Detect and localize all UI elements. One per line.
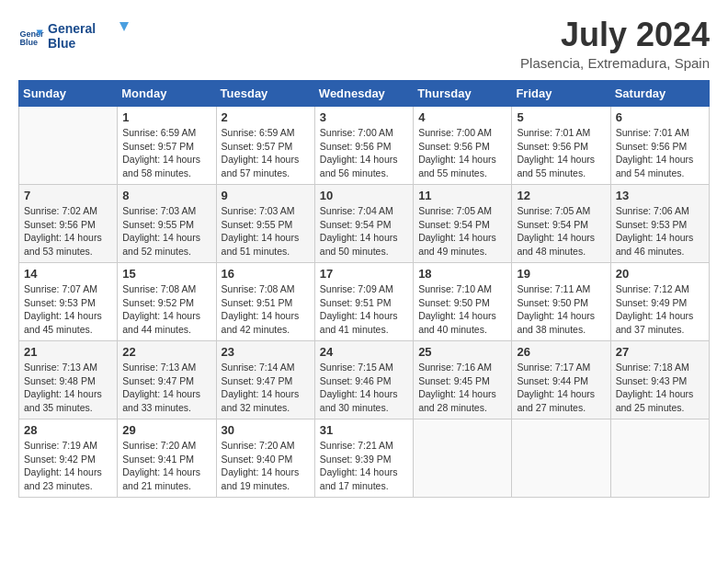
day-number: 6 [616,110,704,124]
day-number: 1 [122,110,210,124]
calendar-cell: 27Sunrise: 7:18 AMSunset: 9:43 PMDayligh… [610,341,709,419]
day-number: 22 [122,345,210,359]
header-day-wednesday: Wednesday [314,81,413,107]
cell-info: Sunrise: 7:20 AMSunset: 9:41 PMDaylight:… [122,439,210,493]
cell-info: Sunrise: 7:01 AMSunset: 9:56 PMDaylight:… [517,126,605,180]
cell-info: Sunrise: 7:09 AMSunset: 9:51 PMDaylight:… [320,282,408,337]
header-day-saturday: Saturday [610,81,709,107]
day-number: 24 [320,345,408,359]
day-number: 19 [517,267,605,281]
day-number: 5 [517,110,605,124]
cell-info: Sunrise: 7:13 AMSunset: 9:48 PMDaylight:… [24,361,112,415]
calendar-cell [19,107,118,185]
cell-info: Sunrise: 7:19 AMSunset: 9:42 PMDaylight:… [24,439,112,493]
calendar-cell: 24Sunrise: 7:15 AMSunset: 9:46 PMDayligh… [314,341,413,419]
cell-info: Sunrise: 7:05 AMSunset: 9:54 PMDaylight:… [517,204,605,259]
cell-info: Sunrise: 7:00 AMSunset: 9:56 PMDaylight:… [418,126,506,180]
calendar-cell: 8Sunrise: 7:03 AMSunset: 9:55 PMDaylight… [118,185,216,263]
cell-info: Sunrise: 7:17 AMSunset: 9:44 PMDaylight:… [517,361,605,415]
calendar-cell: 10Sunrise: 7:04 AMSunset: 9:54 PMDayligh… [314,185,413,263]
day-number: 7 [24,189,112,202]
calendar-cell: 12Sunrise: 7:05 AMSunset: 9:54 PMDayligh… [512,185,610,263]
day-number: 31 [320,423,408,437]
header-day-monday: Monday [118,81,216,107]
location-subtitle: Plasencia, Extremadura, Spain [520,55,710,71]
cell-info: Sunrise: 7:00 AMSunset: 9:56 PMDaylight:… [320,126,408,180]
calendar-cell [414,419,512,498]
calendar-cell: 30Sunrise: 7:20 AMSunset: 9:40 PMDayligh… [216,419,314,498]
calendar-cell: 25Sunrise: 7:16 AMSunset: 9:45 PMDayligh… [414,341,512,419]
day-number: 20 [616,267,704,281]
day-number: 29 [122,423,210,437]
cell-info: Sunrise: 7:03 AMSunset: 9:55 PMDaylight:… [222,204,310,259]
day-number: 17 [320,267,408,281]
header-day-tuesday: Tuesday [216,81,314,107]
calendar-cell: 16Sunrise: 7:08 AMSunset: 9:51 PMDayligh… [216,263,314,341]
cell-info: Sunrise: 7:15 AMSunset: 9:46 PMDaylight:… [320,361,408,415]
day-number: 30 [222,423,310,437]
day-number: 26 [517,345,605,359]
day-number: 8 [122,189,210,202]
cell-info: Sunrise: 7:01 AMSunset: 9:56 PMDaylight:… [616,126,704,180]
svg-marker-5 [119,22,129,31]
svg-text:Blue: Blue [48,36,76,51]
calendar-table: SundayMondayTuesdayWednesdayThursdayFrid… [18,80,710,498]
calendar-cell: 20Sunrise: 7:12 AMSunset: 9:49 PMDayligh… [610,263,709,341]
day-number: 15 [122,267,210,281]
week-row-2: 7Sunrise: 7:02 AMSunset: 9:56 PMDaylight… [19,185,710,263]
day-number: 27 [616,345,704,359]
calendar-cell: 31Sunrise: 7:21 AMSunset: 9:39 PMDayligh… [314,419,413,498]
week-row-4: 21Sunrise: 7:13 AMSunset: 9:48 PMDayligh… [19,341,710,419]
calendar-cell: 17Sunrise: 7:09 AMSunset: 9:51 PMDayligh… [314,263,413,341]
day-number: 16 [222,267,310,281]
header-day-thursday: Thursday [414,81,512,107]
day-number: 28 [24,423,112,437]
svg-text:Blue: Blue [19,39,38,48]
calendar-cell: 7Sunrise: 7:02 AMSunset: 9:56 PMDaylight… [19,185,118,263]
calendar-cell: 15Sunrise: 7:08 AMSunset: 9:52 PMDayligh… [118,263,216,341]
calendar-cell: 6Sunrise: 7:01 AMSunset: 9:56 PMDaylight… [610,107,709,185]
calendar-cell: 9Sunrise: 7:03 AMSunset: 9:55 PMDaylight… [216,185,314,263]
day-number: 10 [320,189,408,202]
day-number: 11 [418,189,506,202]
calendar-cell: 1Sunrise: 6:59 AMSunset: 9:57 PMDaylight… [118,107,216,185]
cell-info: Sunrise: 7:13 AMSunset: 9:47 PMDaylight:… [122,361,210,415]
week-row-5: 28Sunrise: 7:19 AMSunset: 9:42 PMDayligh… [19,419,710,498]
day-number: 21 [24,345,112,359]
cell-info: Sunrise: 7:12 AMSunset: 9:49 PMDaylight:… [616,282,704,337]
calendar-cell: 26Sunrise: 7:17 AMSunset: 9:44 PMDayligh… [512,341,610,419]
day-number: 3 [320,110,408,124]
calendar-cell: 29Sunrise: 7:20 AMSunset: 9:41 PMDayligh… [118,419,216,498]
day-number: 13 [616,189,704,202]
day-number: 25 [418,345,506,359]
title-block: July 2024 Plasencia, Extremadura, Spain [520,18,710,71]
calendar-cell: 11Sunrise: 7:05 AMSunset: 9:54 PMDayligh… [414,185,512,263]
day-number: 12 [517,189,605,202]
svg-text:General: General [48,21,96,36]
logo-icon: General Blue [18,25,44,51]
calendar-cell: 19Sunrise: 7:11 AMSunset: 9:50 PMDayligh… [512,263,610,341]
cell-info: Sunrise: 7:20 AMSunset: 9:40 PMDaylight:… [222,439,310,493]
cell-info: Sunrise: 7:05 AMSunset: 9:54 PMDaylight:… [418,204,506,259]
calendar-cell: 4Sunrise: 7:00 AMSunset: 9:56 PMDaylight… [414,107,512,185]
cell-info: Sunrise: 7:07 AMSunset: 9:53 PMDaylight:… [24,282,112,337]
cell-info: Sunrise: 7:08 AMSunset: 9:51 PMDaylight:… [222,282,310,337]
cell-info: Sunrise: 7:06 AMSunset: 9:53 PMDaylight:… [616,204,704,259]
calendar-cell: 2Sunrise: 6:59 AMSunset: 9:57 PMDaylight… [216,107,314,185]
calendar-cell: 18Sunrise: 7:10 AMSunset: 9:50 PMDayligh… [414,263,512,341]
calendar-cell: 28Sunrise: 7:19 AMSunset: 9:42 PMDayligh… [19,419,118,498]
cell-info: Sunrise: 7:18 AMSunset: 9:43 PMDaylight:… [616,361,704,415]
month-title: July 2024 [520,18,710,52]
cell-info: Sunrise: 7:21 AMSunset: 9:39 PMDaylight:… [320,439,408,493]
week-row-1: 1Sunrise: 6:59 AMSunset: 9:57 PMDaylight… [19,107,710,185]
day-number: 4 [418,110,506,124]
cell-info: Sunrise: 7:08 AMSunset: 9:52 PMDaylight:… [122,282,210,337]
calendar-cell [512,419,610,498]
day-number: 18 [418,267,506,281]
calendar-cell [610,419,709,498]
calendar-cell: 3Sunrise: 7:00 AMSunset: 9:56 PMDaylight… [314,107,413,185]
cell-info: Sunrise: 7:16 AMSunset: 9:45 PMDaylight:… [418,361,506,415]
day-number: 14 [24,267,112,281]
cell-info: Sunrise: 6:59 AMSunset: 9:57 PMDaylight:… [222,126,310,180]
logo: General Blue General Blue [18,18,131,58]
